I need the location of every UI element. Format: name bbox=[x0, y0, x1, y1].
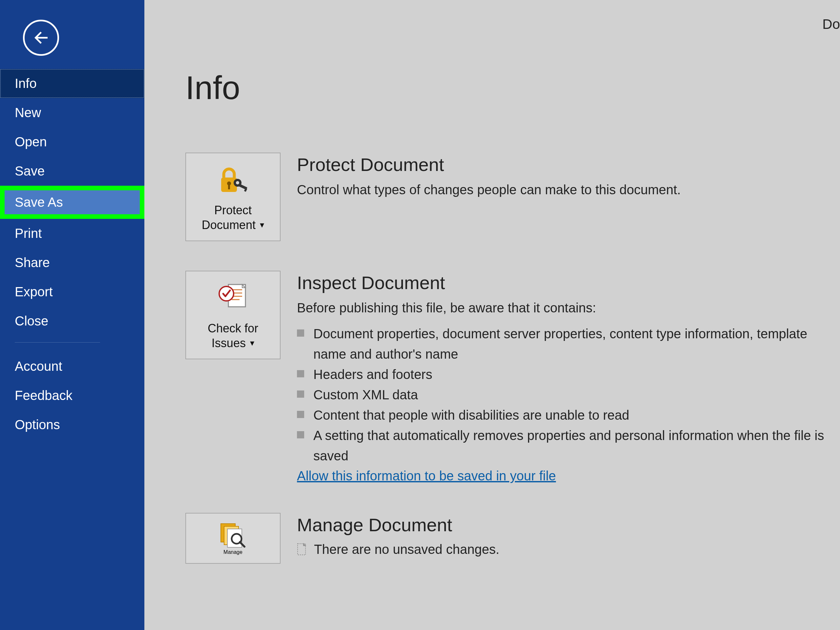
chevron-down-icon: ▾ bbox=[257, 220, 264, 230]
svg-rect-15 bbox=[227, 529, 242, 547]
inspect-document-body: Inspect Document Before publishing this … bbox=[297, 271, 840, 483]
chevron-down-icon: ▾ bbox=[248, 338, 254, 348]
card-label-line1: Check for bbox=[208, 322, 258, 335]
list-item: A setting that automatically removes pro… bbox=[297, 425, 840, 466]
sidebar-item-save-as[interactable]: Save As bbox=[0, 186, 144, 219]
bullet-icon bbox=[297, 431, 304, 438]
list-item: Custom XML data bbox=[297, 385, 840, 405]
card-label-line2: Issues bbox=[212, 336, 246, 350]
check-for-issues-button[interactable]: Check for Issues ▾ bbox=[185, 271, 281, 359]
sidebar-item-share[interactable]: Share bbox=[0, 248, 144, 277]
app-root: Info New Open Save Save As Print Share E… bbox=[0, 0, 840, 630]
bullet-text: Document properties, document server pro… bbox=[313, 324, 840, 364]
sidebar-item-options[interactable]: Options bbox=[0, 410, 144, 439]
protect-document-body: Protect Document Control what types of c… bbox=[297, 153, 840, 199]
bullet-text: A setting that automatically removes pro… bbox=[313, 425, 840, 466]
svg-rect-2 bbox=[228, 185, 230, 189]
document-check-icon bbox=[216, 279, 249, 315]
card-label-line2: Document bbox=[202, 218, 256, 232]
svg-point-12 bbox=[219, 286, 234, 301]
sidebar-item-label: Save As bbox=[15, 195, 63, 209]
sidebar-item-label: Print bbox=[15, 226, 42, 240]
protect-heading: Protect Document bbox=[297, 154, 840, 175]
bullet-text: Headers and footers bbox=[313, 364, 432, 385]
sidebar-item-new[interactable]: New bbox=[0, 98, 144, 127]
bullet-icon bbox=[297, 390, 304, 398]
document-stack-magnify-icon bbox=[218, 522, 249, 549]
back-arrow-icon bbox=[31, 28, 51, 47]
list-item: Headers and footers bbox=[297, 364, 840, 385]
sidebar-item-label: Account bbox=[15, 359, 62, 373]
manage-document-body: Manage Document There are no unsaved cha… bbox=[297, 513, 840, 557]
card-label: Manage bbox=[223, 549, 243, 555]
sidebar-item-label: Export bbox=[15, 284, 53, 299]
bullet-text: Content that people with disabilities ar… bbox=[313, 405, 629, 425]
sidebar-item-label: New bbox=[15, 105, 41, 120]
list-item: Content that people with disabilities ar… bbox=[297, 405, 840, 425]
sidebar-item-label: Options bbox=[15, 417, 60, 432]
lock-key-icon bbox=[216, 161, 249, 197]
document-outline-icon bbox=[297, 543, 308, 556]
protect-document-section: Protect Document ▾ Protect Document Cont… bbox=[185, 153, 840, 241]
svg-point-4 bbox=[236, 181, 239, 185]
manage-heading: Manage Document bbox=[297, 514, 840, 535]
title-bar-fragment: Do bbox=[822, 16, 840, 32]
sidebar-item-label: Save bbox=[15, 164, 45, 178]
inspect-desc: Before publishing this file, be aware th… bbox=[297, 298, 840, 317]
bullet-icon bbox=[297, 411, 304, 418]
protect-document-button[interactable]: Protect Document ▾ bbox=[185, 153, 281, 241]
inspect-document-section: Check for Issues ▾ Inspect Document Befo… bbox=[185, 271, 840, 483]
sidebar-item-print[interactable]: Print bbox=[0, 219, 144, 248]
sidebar-item-label: Open bbox=[15, 134, 47, 149]
sidebar-item-close[interactable]: Close bbox=[0, 306, 144, 336]
info-sections: Protect Document ▾ Protect Document Cont… bbox=[185, 153, 840, 564]
protect-desc: Control what types of changes people can… bbox=[297, 180, 840, 199]
card-label-line1: Protect bbox=[214, 204, 252, 217]
sidebar-item-label: Info bbox=[15, 76, 37, 90]
sidebar-item-label: Share bbox=[15, 255, 50, 270]
sidebar-item-save[interactable]: Save bbox=[0, 156, 144, 186]
sidebar-item-info[interactable]: Info bbox=[0, 69, 144, 98]
allow-info-link[interactable]: Allow this information to be saved in yo… bbox=[297, 469, 556, 483]
sidebar-item-feedback[interactable]: Feedback bbox=[0, 381, 144, 410]
manage-desc: There are no unsaved changes. bbox=[314, 542, 499, 557]
sidebar-divider bbox=[15, 342, 100, 343]
back-button[interactable] bbox=[23, 20, 59, 56]
list-item: Document properties, document server pro… bbox=[297, 324, 840, 364]
inspect-bullet-list: Document properties, document server pro… bbox=[297, 324, 840, 466]
sidebar-item-open[interactable]: Open bbox=[0, 127, 144, 156]
bullet-text: Custom XML data bbox=[313, 385, 418, 405]
inspect-heading: Inspect Document bbox=[297, 272, 840, 293]
page-title: Info bbox=[185, 69, 840, 107]
sidebar-item-export[interactable]: Export bbox=[0, 277, 144, 306]
sidebar-item-label: Feedback bbox=[15, 388, 73, 403]
bullet-icon bbox=[297, 330, 304, 337]
bullet-icon bbox=[297, 370, 304, 377]
sidebar-item-account[interactable]: Account bbox=[0, 352, 144, 381]
backstage-sidebar: Info New Open Save Save As Print Share E… bbox=[0, 0, 144, 630]
manage-document-button[interactable]: Manage bbox=[185, 513, 281, 564]
main-panel: Do Info bbox=[144, 0, 840, 630]
sidebar-nav: Info New Open Save Save As Print Share E… bbox=[0, 69, 144, 439]
sidebar-item-label: Close bbox=[15, 314, 48, 328]
manage-document-section: Manage Manage Document There are no unsa… bbox=[185, 513, 840, 564]
